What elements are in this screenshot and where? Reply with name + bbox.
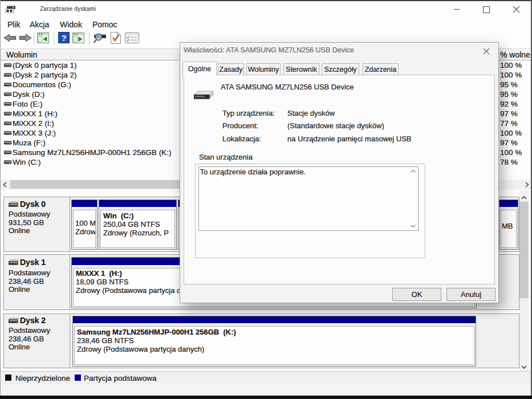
svg-text:?: ? xyxy=(61,33,66,43)
